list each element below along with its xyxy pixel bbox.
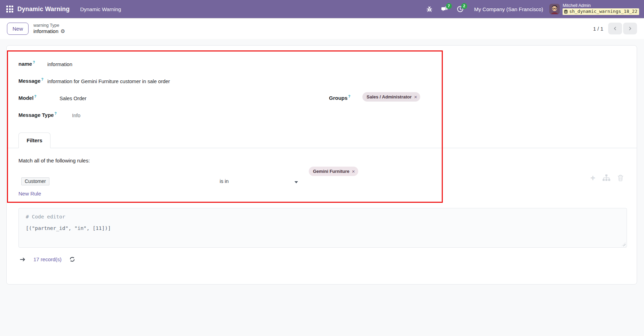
new-rule-button[interactable]: New Rule — [18, 191, 41, 197]
name-label: name? — [18, 61, 35, 67]
rule-operator-select[interactable]: is in — [220, 178, 229, 184]
rule-value-remove-icon[interactable]: × — [352, 169, 355, 174]
delete-rule-trash-icon[interactable] — [618, 175, 623, 181]
tab-filters[interactable]: Filters — [18, 133, 50, 148]
field-model-label-wrap: Model? — [18, 95, 36, 101]
groups-tag[interactable]: Sales / Administrator × — [362, 92, 420, 102]
database-name: sh_dynamic_warnings_18_22 — [569, 9, 637, 14]
rule-actions: + — [590, 174, 623, 182]
menu-dynamic-warning[interactable]: Dynamic Warning — [80, 6, 121, 12]
user-menu[interactable]: Mitchell Admin sh_dynamic_warnings_18_22 — [549, 3, 641, 15]
help-icon: ? — [33, 61, 35, 64]
top-navbar: Dynamic Warning Dynamic Warning 7 — [0, 0, 644, 18]
database-icon — [564, 9, 568, 14]
pager: 1 / 1 — [593, 23, 637, 34]
help-icon: ? — [34, 95, 36, 98]
match-rules-text: Match all of the following rules: — [18, 158, 90, 163]
breadcrumb-current: information ⚙ — [33, 28, 65, 34]
messages-systray-button[interactable]: 7 — [439, 3, 451, 15]
records-row: 17 record(s) — [19, 256, 75, 262]
chevron-left-icon — [613, 26, 618, 31]
new-button[interactable]: New — [7, 23, 29, 35]
records-count-link[interactable]: 17 record(s) — [33, 256, 62, 262]
activities-count-badge: 2 — [461, 3, 467, 9]
field-groups-label-wrap: Groups? — [329, 95, 350, 101]
company-switcher[interactable]: My Company (San Francisco) — [474, 6, 543, 12]
groups-tag-label: Sales / Administrator — [367, 94, 412, 99]
breadcrumb-current-label: information — [33, 28, 58, 34]
arrow-right-icon — [19, 257, 26, 262]
pager-next-button[interactable] — [623, 23, 637, 34]
gear-icon[interactable]: ⚙ — [61, 29, 65, 34]
user-name: Mitchell Admin — [563, 3, 591, 8]
pager-counter: 1 / 1 — [593, 26, 603, 32]
systray: 7 2 My Company (San Francisco) — [423, 3, 641, 15]
message-label: Message? — [18, 78, 43, 84]
apps-menu-icon[interactable] — [6, 6, 13, 13]
name-value[interactable]: information — [47, 62, 72, 67]
message-type-label: Message Type? — [18, 112, 57, 118]
help-icon: ? — [348, 95, 350, 98]
domain-code-editor[interactable]: # Code editor [("partner_id", "in", [11]… — [18, 208, 627, 248]
model-label: Model? — [18, 95, 36, 101]
breadcrumb: warning Type information ⚙ — [33, 23, 65, 34]
message-type-value[interactable]: Info — [72, 113, 80, 118]
breadcrumb-parent[interactable]: warning Type — [33, 23, 65, 28]
message-value[interactable]: information for Gemini Furniture custome… — [47, 79, 170, 84]
field-message-type-label-wrap: Message Type? — [18, 112, 57, 118]
field-name-label-wrap: name? — [18, 61, 35, 67]
help-icon: ? — [54, 112, 56, 115]
add-branch-icon[interactable] — [602, 174, 611, 182]
help-icon: ? — [41, 78, 43, 81]
add-rule-icon[interactable]: + — [590, 175, 595, 182]
resize-handle[interactable] — [622, 242, 626, 246]
chevron-right-icon — [628, 26, 633, 31]
notebook-divider — [7, 148, 637, 148]
avatar — [549, 4, 560, 14]
refresh-icon[interactable] — [69, 256, 75, 262]
messages-count-badge: 7 — [446, 3, 452, 9]
pager-previous-button[interactable] — [608, 23, 622, 34]
field-message-label-wrap: Message? — [18, 78, 43, 84]
database-badge: sh_dynamic_warnings_18_22 — [563, 8, 639, 15]
form-card: name? information Message? information f… — [6, 45, 637, 285]
control-panel: New warning Type information ⚙ 1 / 1 — [0, 18, 644, 39]
code-editor-code: [("partner_id", "in", [11])] — [26, 225, 620, 231]
activities-systray-button[interactable]: 2 — [454, 3, 466, 15]
user-info: Mitchell Admin sh_dynamic_warnings_18_22 — [563, 3, 639, 15]
code-editor-comment: # Code editor — [26, 214, 620, 219]
groups-tag-remove-icon[interactable]: × — [414, 94, 417, 99]
app-title[interactable]: Dynamic Warning — [17, 6, 70, 13]
bug-icon — [426, 6, 433, 13]
model-value[interactable]: Sales Order — [60, 96, 86, 101]
rule-value-tag-label: Gemini Furniture — [313, 169, 350, 174]
debug-bug-icon[interactable] — [423, 3, 436, 15]
chevron-down-icon[interactable] — [294, 181, 298, 183]
rule-value-tag[interactable]: Gemini Furniture × — [309, 167, 358, 176]
groups-label: Groups? — [329, 95, 350, 101]
rule-field-selector[interactable]: Customer — [21, 177, 49, 185]
